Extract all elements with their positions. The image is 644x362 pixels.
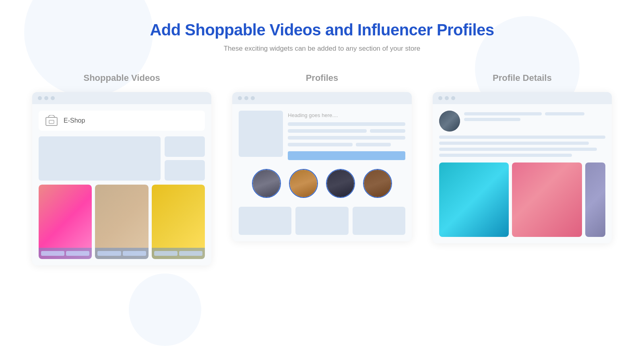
pd-line-row-1 xyxy=(464,112,605,115)
sv-video-3 xyxy=(152,185,205,259)
pd-body-lines xyxy=(439,136,605,157)
pd-content xyxy=(433,104,612,243)
sv-topbar xyxy=(32,92,211,104)
sv-pill-1a xyxy=(41,251,64,256)
sv-side-2 xyxy=(165,160,205,181)
cards-row: Shoppable Videos xyxy=(0,57,644,265)
pd-top xyxy=(439,111,605,132)
prof-dot-2 xyxy=(244,96,248,100)
profile-details-label: Profile Details xyxy=(493,73,552,83)
prof-dot-1 xyxy=(238,96,242,100)
sv-video-2 xyxy=(95,185,148,259)
sv-dot-2 xyxy=(44,96,48,100)
prof-line-1 xyxy=(288,122,405,126)
pd-avatar xyxy=(439,111,460,132)
prof-thumb-main xyxy=(239,111,283,157)
prof-line-4a xyxy=(288,143,352,146)
profile-details-mockup xyxy=(433,92,612,243)
pd-info-lines xyxy=(464,111,605,121)
prof-avatar-4[interactable] xyxy=(363,169,392,198)
sv-placeholder-row xyxy=(39,136,205,181)
prof-avatar-2[interactable] xyxy=(289,169,318,198)
pd-photos-row xyxy=(439,162,605,237)
sv-pill-2a xyxy=(97,251,121,256)
shoppable-videos-section: Shoppable Videos xyxy=(32,73,211,265)
prof-line-3 xyxy=(288,136,405,140)
shop-icon xyxy=(44,115,59,127)
prof-top-section: Heading goes here.... xyxy=(239,111,405,160)
sv-main-placeholder xyxy=(39,136,161,181)
prof-bottom-card-3 xyxy=(353,207,405,235)
pd-line-row-2 xyxy=(464,118,605,121)
pd-dot-2 xyxy=(445,96,449,100)
subtitle: These exciting widgets can be added to a… xyxy=(0,45,644,53)
prof-avatar-thumb-1 xyxy=(253,170,280,197)
pd-photo-2 xyxy=(512,162,582,237)
pd-line-1b xyxy=(545,112,584,115)
sv-dot-1 xyxy=(38,96,42,100)
profiles-label: Profiles xyxy=(306,73,339,83)
profiles-section: Profiles Heading goes here.... xyxy=(232,73,411,265)
prof-avatar-1[interactable] xyxy=(252,169,281,198)
pd-topbar xyxy=(433,92,612,104)
pd-body-line-3 xyxy=(439,148,597,151)
svg-rect-0 xyxy=(46,117,57,125)
bg-circle-bl xyxy=(129,274,201,346)
sv-dot-3 xyxy=(51,96,55,100)
sv-overlay-3 xyxy=(152,248,205,259)
page-wrapper: Add Shoppable Videos and Influencer Prof… xyxy=(0,0,644,362)
sv-pill-1b xyxy=(66,251,89,256)
prof-info: Heading goes here.... xyxy=(288,111,405,160)
sv-side-1 xyxy=(165,136,205,157)
prof-line-2b xyxy=(370,129,405,133)
prof-line-4b xyxy=(356,143,391,146)
sv-video-row xyxy=(39,185,205,259)
sv-overlay-1 xyxy=(39,248,92,259)
prof-topbar xyxy=(232,92,411,104)
shoppable-videos-label: Shoppable Videos xyxy=(84,73,160,83)
pd-avatar-inner xyxy=(439,111,460,132)
sv-video-1 xyxy=(39,185,92,259)
prof-heading-text: Heading goes here.... xyxy=(288,112,405,118)
pd-body-line-4 xyxy=(439,154,572,157)
prof-avatars-row xyxy=(239,167,405,200)
prof-cta-button[interactable] xyxy=(288,151,405,160)
prof-content: Heading goes here.... xyxy=(232,104,411,241)
sv-pill-2b xyxy=(123,251,146,256)
sv-pill-3b xyxy=(179,251,202,256)
sv-overlay-2 xyxy=(95,248,148,259)
pd-dot-3 xyxy=(451,96,455,100)
profile-details-section: Profile Details xyxy=(433,73,612,265)
pd-photo-1 xyxy=(439,162,509,237)
pd-dot-1 xyxy=(438,96,442,100)
prof-avatar-thumb-2 xyxy=(290,170,317,197)
prof-avatar-thumb-4 xyxy=(364,170,391,197)
sv-shop-bar: E-Shop xyxy=(39,111,205,131)
pd-photo-3 xyxy=(585,162,605,237)
profiles-mockup: Heading goes here.... xyxy=(232,92,411,241)
main-title: Add Shoppable Videos and Influencer Prof… xyxy=(0,21,644,39)
prof-avatar-thumb-3 xyxy=(327,170,354,197)
svg-rect-1 xyxy=(49,120,54,123)
pd-line-2a xyxy=(464,118,521,121)
prof-dot-3 xyxy=(251,96,255,100)
prof-avatar-3[interactable] xyxy=(326,169,355,198)
pd-line-1a xyxy=(464,112,542,115)
prof-bottom-cards xyxy=(239,207,405,235)
sv-side-placeholder xyxy=(165,136,205,181)
shop-svg xyxy=(45,115,58,126)
pd-body-line-2 xyxy=(439,142,589,145)
sv-shop-name: E-Shop xyxy=(64,117,85,124)
prof-bottom-card-2 xyxy=(295,207,348,235)
sv-content: E-Shop xyxy=(32,104,211,265)
prof-bottom-card-1 xyxy=(239,207,291,235)
shoppable-videos-mockup: E-Shop xyxy=(32,92,211,265)
pd-body-line-1 xyxy=(439,136,605,139)
prof-line-2a xyxy=(288,129,367,133)
header: Add Shoppable Videos and Influencer Prof… xyxy=(0,0,644,57)
sv-pill-3a xyxy=(154,251,178,256)
